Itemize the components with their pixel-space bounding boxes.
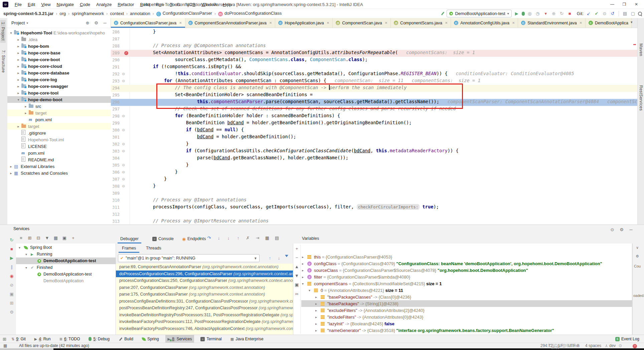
tree-arrow-icon[interactable]: ▸: [17, 125, 20, 128]
run-to-cursor-icon[interactable]: ⇥: [255, 235, 261, 241]
project-tree-item[interactable]: .gitignore: [7, 130, 111, 136]
menu-file[interactable]: File: [12, 0, 25, 9]
fold-icon[interactable]: ⊖: [122, 163, 125, 167]
breadcrumb-item[interactable]: context: [110, 11, 124, 16]
project-tree-item[interactable]: ▸hope-core-boot: [7, 56, 111, 63]
services-tree-item[interactable]: ▾Spring Boot: [16, 244, 116, 251]
stack-frame[interactable]: parse:175, ConfigurationClassParser (org…: [116, 291, 293, 298]
variable-row[interactable]: ▸pconfigClass = {ConfigurationClass@4079…: [301, 260, 632, 267]
tree-arrow-icon[interactable]: ▸: [17, 38, 20, 41]
gear-icon[interactable]: ⚙: [93, 20, 99, 26]
project-tree-item[interactable]: ▾Hopehomi-Tool E:\idea-workspace\hopeho: [7, 29, 111, 36]
tool-button-todo[interactable]: ≣6: TODO: [57, 335, 83, 343]
tabs-overflow-icon[interactable]: ▾: [631, 20, 633, 24]
stack-frame[interactable]: invokeBeanFactoryPostProcessors:746, Abs…: [116, 325, 293, 332]
tree-arrow-icon[interactable]: ▸: [24, 111, 27, 115]
stop-icon[interactable]: ■: [567, 11, 573, 17]
line-number[interactable]: 311: [111, 204, 120, 211]
variable-row[interactable]: ▾componentScans = {Collections$Unmodifia…: [301, 280, 632, 287]
tool-button-git[interactable]: ⇅9: Git: [9, 335, 28, 343]
settings-icon[interactable]: ⚙: [9, 309, 15, 315]
tool-button-debug[interactable]: 5: Debug: [86, 335, 112, 343]
evaluate-icon[interactable]: ▦: [264, 235, 270, 241]
rerun-icon[interactable]: ↻: [9, 237, 15, 243]
close-icon[interactable]: ✕: [269, 21, 272, 25]
project-tree-item[interactable]: ▸target: [7, 123, 111, 130]
line-number[interactable]: 292: [111, 71, 120, 78]
line-number[interactable]: 286: [111, 29, 120, 36]
tree-arrow-icon[interactable]: ▾: [302, 282, 304, 286]
tool-button-java-enterprise[interactable]: ▦Java Enterprise: [228, 335, 266, 343]
close-icon[interactable]: ✕: [512, 21, 515, 25]
project-tree-item[interactable]: ▸hope-core-cloud: [7, 63, 111, 69]
line-number[interactable]: 305: [111, 162, 120, 169]
remove-watch-icon[interactable]: −: [294, 254, 300, 260]
breadcrumb-item[interactable]: mdoProcessConfigurationClass: [218, 11, 282, 17]
variable-row[interactable]: ▸"nameGenerator" -> {Class@3518} "interf…: [301, 327, 632, 334]
project-tree-item[interactable]: ▸▤External Libraries: [7, 163, 111, 170]
tree-arrow-icon[interactable]: ▾: [9, 31, 13, 35]
stripe-item-7-structure[interactable]: 7: Structure: [1, 50, 6, 73]
line-number[interactable]: 303: [111, 148, 120, 155]
tree-arrow-icon[interactable]: ▸: [302, 269, 304, 272]
search-icon[interactable]: [638, 12, 642, 16]
force-step-into-icon[interactable]: ↓: [225, 235, 231, 241]
line-number[interactable]: 302: [111, 141, 120, 148]
drop-frame-icon[interactable]: ✗: [245, 235, 251, 241]
coverage-icon[interactable]: ◎: [527, 11, 533, 17]
line-number[interactable]: 312: [111, 211, 120, 218]
variable-row[interactable]: ▸psourceClass = {ConfigurationClassParse…: [301, 267, 632, 274]
project-tree-item[interactable]: ▸hope-core-tool: [7, 90, 111, 96]
line-number[interactable]: 300: [111, 127, 120, 134]
stop-icon[interactable]: ■: [9, 246, 15, 252]
tree-arrow-icon[interactable]: ▸: [9, 171, 13, 175]
tree-arrow-icon[interactable]: ▸: [17, 64, 20, 68]
stack-frame[interactable]: processConfigBeanDefinitions:331, Config…: [116, 298, 293, 305]
hamburger-icon[interactable]: ≡: [196, 235, 202, 241]
tree-arrow-icon[interactable]: ▾: [17, 98, 20, 102]
line-number[interactable]: 308: [111, 183, 120, 190]
project-tree-item[interactable]: ▸▦Scratches and Consoles: [7, 170, 111, 176]
close-icon[interactable]: ✕: [580, 21, 582, 25]
line-number[interactable]: 304: [111, 155, 120, 162]
project-header-title[interactable]: Project: [11, 20, 25, 25]
close-icon[interactable]: ✕: [445, 21, 448, 25]
windowed-icon[interactable]: ▣: [61, 235, 67, 241]
profiler-icon[interactable]: ◷: [535, 11, 541, 17]
tree-arrow-icon[interactable]: ▾: [309, 289, 310, 292]
breadcrumb-item[interactable]: springframework: [72, 11, 104, 16]
close-icon[interactable]: ✕: [385, 21, 387, 25]
chevron-down-icon[interactable]: ∨: [636, 245, 639, 250]
git-history-icon[interactable]: ⊙: [602, 11, 608, 17]
indent-style[interactable]: 4 spaces: [585, 343, 601, 348]
menu-code[interactable]: Code: [77, 0, 93, 9]
tree-arrow-icon[interactable]: ▸: [315, 309, 317, 312]
tab-console[interactable]: >Console: [150, 234, 176, 243]
step-into-icon[interactable]: ↓: [216, 235, 222, 241]
ide-errors-icon[interactable]: ?: [633, 343, 637, 348]
tree-arrow-icon[interactable]: ▸: [17, 84, 20, 88]
fold-icon[interactable]: ⊖: [122, 72, 125, 76]
stack-frame[interactable]: postProcessBeanDefinitionRegistry:247, C…: [116, 305, 293, 312]
line-number[interactable]: 289: [111, 50, 120, 57]
tool-button-build[interactable]: Build: [116, 335, 136, 343]
resume-icon[interactable]: ▶: [9, 255, 15, 261]
variable-row[interactable]: ▸"basePackageClasses" -> {Class[0]@4236}: [301, 294, 632, 300]
filter-icon[interactable]: ▼: [44, 235, 50, 241]
rerun-icon[interactable]: ↻: [559, 11, 565, 17]
diff-icon[interactable]: ▤: [622, 11, 628, 17]
project-tree-item[interactable]: ▸hope-core-log: [7, 76, 111, 83]
tree-arrow-icon[interactable]: ▸: [24, 105, 27, 108]
tool-window-switcher-icon[interactable]: ⊞: [3, 337, 6, 342]
project-tree-item[interactable]: ▸src: [7, 103, 111, 110]
hide-icon[interactable]: ─: [102, 20, 108, 26]
tree-arrow-icon[interactable]: ▸: [17, 91, 20, 95]
tree-arrow-icon[interactable]: ▾: [25, 266, 27, 270]
line-number[interactable]: 301: [111, 134, 120, 141]
menu-edit[interactable]: Edit: [25, 0, 38, 9]
line-number[interactable]: 293: [111, 78, 120, 85]
run-icon[interactable]: ▶: [514, 11, 520, 17]
duplicate-icon[interactable]: ▣: [294, 282, 300, 288]
stack-frame[interactable]: invokeBeanDefinitionRegistryPostProcesso…: [116, 312, 293, 319]
variable-row[interactable]: ▸"lazyInit" -> {Boolean@4245} false: [301, 320, 632, 327]
